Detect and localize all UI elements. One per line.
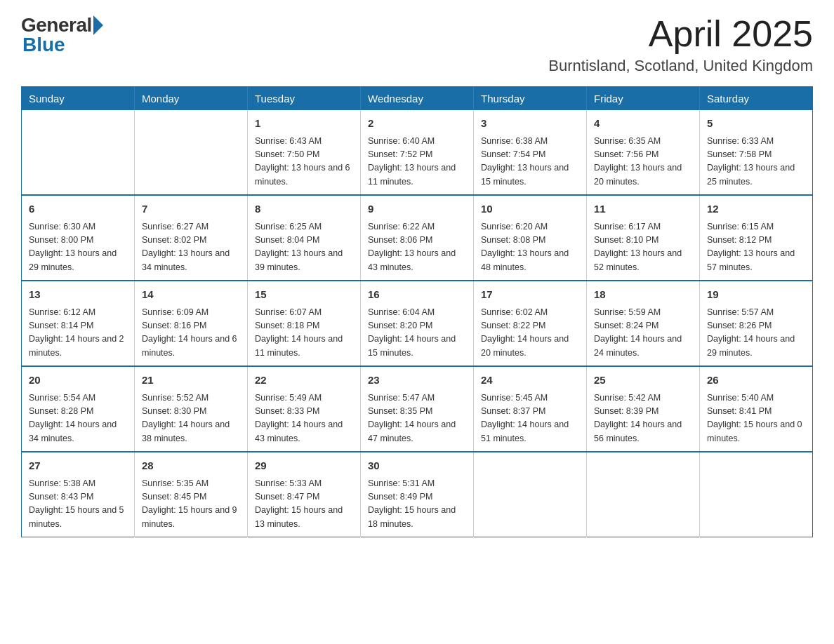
logo-blue-text: Blue [21,34,65,56]
calendar-empty-cell [700,452,813,537]
page-title: April 2025 [548,14,813,54]
day-info: Sunrise: 6:30 AMSunset: 8:00 PMDaylight:… [29,220,127,275]
day-number: 22 [255,373,353,389]
logo-triangle-icon [93,15,103,35]
day-info: Sunrise: 6:33 AMSunset: 7:58 PMDaylight:… [707,135,805,189]
day-number: 1 [255,116,353,132]
day-info: Sunrise: 6:04 AMSunset: 8:20 PMDaylight:… [368,306,466,361]
day-info: Sunrise: 6:35 AMSunset: 7:56 PMDaylight:… [594,135,692,189]
weekday-header-wednesday: Wednesday [361,87,474,111]
day-number: 7 [142,201,240,217]
calendar-day-6: 6Sunrise: 6:30 AMSunset: 8:00 PMDaylight… [22,195,135,281]
day-info: Sunrise: 5:40 AMSunset: 8:41 PMDaylight:… [707,391,805,446]
calendar-table: SundayMondayTuesdayWednesdayThursdayFrid… [21,86,813,537]
calendar-empty-cell [22,110,135,195]
calendar-week-row: 13Sunrise: 6:12 AMSunset: 8:14 PMDayligh… [22,281,813,366]
calendar-day-18: 18Sunrise: 5:59 AMSunset: 8:24 PMDayligh… [587,281,700,366]
day-number: 6 [29,201,127,217]
day-number: 25 [594,373,692,389]
calendar-day-20: 20Sunrise: 5:54 AMSunset: 8:28 PMDayligh… [22,366,135,452]
day-info: Sunrise: 5:49 AMSunset: 8:33 PMDaylight:… [255,391,353,446]
calendar-day-22: 22Sunrise: 5:49 AMSunset: 8:33 PMDayligh… [248,366,361,452]
day-number: 28 [142,458,240,474]
calendar-day-14: 14Sunrise: 6:09 AMSunset: 8:16 PMDayligh… [135,281,248,366]
weekday-header-friday: Friday [587,87,700,111]
logo: General Blue [21,14,103,56]
weekday-header-sunday: Sunday [22,87,135,111]
day-info: Sunrise: 5:45 AMSunset: 8:37 PMDaylight:… [481,391,579,446]
calendar-day-12: 12Sunrise: 6:15 AMSunset: 8:12 PMDayligh… [700,195,813,281]
day-info: Sunrise: 5:59 AMSunset: 8:24 PMDaylight:… [594,306,692,361]
day-info: Sunrise: 6:43 AMSunset: 7:50 PMDaylight:… [255,135,353,189]
day-info: Sunrise: 6:20 AMSunset: 8:08 PMDaylight:… [481,220,579,275]
day-info: Sunrise: 5:52 AMSunset: 8:30 PMDaylight:… [142,391,240,446]
page-subtitle: Burntisland, Scotland, United Kingdom [548,57,813,75]
weekday-header-thursday: Thursday [474,87,587,111]
day-info: Sunrise: 5:57 AMSunset: 8:26 PMDaylight:… [707,306,805,361]
calendar-empty-cell [474,452,587,537]
day-info: Sunrise: 6:17 AMSunset: 8:10 PMDaylight:… [594,220,692,275]
day-info: Sunrise: 5:47 AMSunset: 8:35 PMDaylight:… [368,391,466,446]
calendar-day-8: 8Sunrise: 6:25 AMSunset: 8:04 PMDaylight… [248,195,361,281]
calendar-day-1: 1Sunrise: 6:43 AMSunset: 7:50 PMDaylight… [248,110,361,195]
calendar-day-30: 30Sunrise: 5:31 AMSunset: 8:49 PMDayligh… [361,452,474,537]
day-info: Sunrise: 5:31 AMSunset: 8:49 PMDaylight:… [368,477,466,532]
calendar-empty-cell [135,110,248,195]
day-number: 23 [368,373,466,389]
weekday-header-monday: Monday [135,87,248,111]
calendar-day-26: 26Sunrise: 5:40 AMSunset: 8:41 PMDayligh… [700,366,813,452]
calendar-week-row: 27Sunrise: 5:38 AMSunset: 8:43 PMDayligh… [22,452,813,537]
day-info: Sunrise: 6:25 AMSunset: 8:04 PMDaylight:… [255,220,353,275]
day-number: 10 [481,201,579,217]
title-block: April 2025 Burntisland, Scotland, United… [548,14,813,75]
day-info: Sunrise: 5:54 AMSunset: 8:28 PMDaylight:… [29,391,127,446]
page-header: General Blue April 2025 Burntisland, Sco… [21,14,813,75]
day-info: Sunrise: 5:33 AMSunset: 8:47 PMDaylight:… [255,477,353,532]
day-info: Sunrise: 5:42 AMSunset: 8:39 PMDaylight:… [594,391,692,446]
day-number: 19 [707,287,805,303]
calendar-week-row: 6Sunrise: 6:30 AMSunset: 8:00 PMDaylight… [22,195,813,281]
day-number: 11 [594,201,692,217]
day-info: Sunrise: 6:07 AMSunset: 8:18 PMDaylight:… [255,306,353,361]
weekday-header-saturday: Saturday [700,87,813,111]
day-info: Sunrise: 6:22 AMSunset: 8:06 PMDaylight:… [368,220,466,275]
day-number: 2 [368,116,466,132]
day-info: Sunrise: 5:38 AMSunset: 8:43 PMDaylight:… [29,477,127,532]
calendar-day-28: 28Sunrise: 5:35 AMSunset: 8:45 PMDayligh… [135,452,248,537]
day-number: 3 [481,116,579,132]
calendar-day-3: 3Sunrise: 6:38 AMSunset: 7:54 PMDaylight… [474,110,587,195]
calendar-day-13: 13Sunrise: 6:12 AMSunset: 8:14 PMDayligh… [22,281,135,366]
calendar-day-10: 10Sunrise: 6:20 AMSunset: 8:08 PMDayligh… [474,195,587,281]
calendar-day-17: 17Sunrise: 6:02 AMSunset: 8:22 PMDayligh… [474,281,587,366]
calendar-day-27: 27Sunrise: 5:38 AMSunset: 8:43 PMDayligh… [22,452,135,537]
calendar-day-11: 11Sunrise: 6:17 AMSunset: 8:10 PMDayligh… [587,195,700,281]
day-info: Sunrise: 5:35 AMSunset: 8:45 PMDaylight:… [142,477,240,532]
calendar-day-25: 25Sunrise: 5:42 AMSunset: 8:39 PMDayligh… [587,366,700,452]
day-number: 27 [29,458,127,474]
day-info: Sunrise: 6:27 AMSunset: 8:02 PMDaylight:… [142,220,240,275]
day-number: 8 [255,201,353,217]
calendar-empty-cell [587,452,700,537]
day-number: 9 [368,201,466,217]
day-number: 12 [707,201,805,217]
day-info: Sunrise: 6:15 AMSunset: 8:12 PMDaylight:… [707,220,805,275]
calendar-day-7: 7Sunrise: 6:27 AMSunset: 8:02 PMDaylight… [135,195,248,281]
calendar-day-21: 21Sunrise: 5:52 AMSunset: 8:30 PMDayligh… [135,366,248,452]
calendar-day-24: 24Sunrise: 5:45 AMSunset: 8:37 PMDayligh… [474,366,587,452]
calendar-week-row: 20Sunrise: 5:54 AMSunset: 8:28 PMDayligh… [22,366,813,452]
day-info: Sunrise: 6:38 AMSunset: 7:54 PMDaylight:… [481,135,579,189]
day-number: 13 [29,287,127,303]
day-number: 18 [594,287,692,303]
day-number: 21 [142,373,240,389]
day-info: Sunrise: 6:40 AMSunset: 7:52 PMDaylight:… [368,135,466,189]
day-number: 30 [368,458,466,474]
day-number: 29 [255,458,353,474]
calendar-day-4: 4Sunrise: 6:35 AMSunset: 7:56 PMDaylight… [587,110,700,195]
day-number: 17 [481,287,579,303]
calendar-day-16: 16Sunrise: 6:04 AMSunset: 8:20 PMDayligh… [361,281,474,366]
day-number: 5 [707,116,805,132]
day-number: 20 [29,373,127,389]
day-number: 4 [594,116,692,132]
day-info: Sunrise: 6:12 AMSunset: 8:14 PMDaylight:… [29,306,127,361]
day-number: 16 [368,287,466,303]
